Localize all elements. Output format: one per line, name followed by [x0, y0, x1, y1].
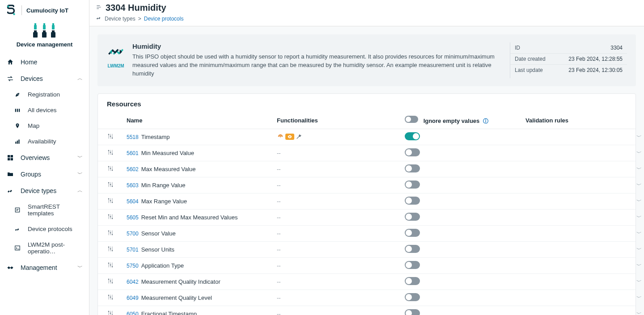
svg-rect-16 — [17, 109, 18, 112]
ignore-empty-toggle[interactable] — [405, 164, 420, 172]
expand-row-chevron[interactable]: ﹀ — [624, 310, 642, 315]
ignore-empty-toggle[interactable] — [405, 229, 420, 237]
module-title: Device management — [17, 41, 73, 48]
settings-icon — [107, 310, 127, 315]
ignore-empty-cell — [405, 229, 525, 238]
template-icon — [13, 207, 21, 213]
resource-row[interactable]: 5602Max Measured Value--﹀ — [98, 161, 636, 177]
ignore-empty-cell — [405, 277, 525, 286]
nav-device-protocols[interactable]: Device protocols — [0, 221, 89, 237]
resource-functionalities: -- — [277, 311, 405, 315]
resource-row[interactable]: 5700Sensor Value--﹀ — [98, 226, 636, 242]
svg-rect-4 — [43, 25, 46, 29]
resources-header: Name Functionalities Ignore empty values… — [98, 112, 636, 129]
expand-row-chevron[interactable]: ﹀ — [624, 294, 642, 302]
expand-row-chevron[interactable]: ﹀ — [624, 230, 642, 237]
svg-point-14 — [17, 93, 18, 94]
protocol-meta: ID3304 Date created23 Feb 2024, 12:28:55… — [510, 42, 627, 78]
help-icon[interactable]: ⓘ — [483, 118, 488, 124]
nav-availability[interactable]: Availability — [0, 134, 89, 149]
svg-rect-7 — [52, 23, 54, 25]
crumb-device-protocols[interactable]: Device protocols — [144, 16, 184, 22]
resource-name: 6042Measurement Quality Indicator — [127, 278, 277, 285]
map-pin-icon — [13, 123, 21, 129]
ignore-empty-toggle[interactable] — [405, 132, 420, 140]
expand-row-chevron[interactable]: ﹀ — [624, 278, 642, 286]
settings-icon — [107, 165, 127, 173]
settings-icon — [107, 261, 127, 270]
expand-row-chevron[interactable]: ﹀ — [624, 197, 642, 205]
resource-row[interactable]: 5601Min Measured Value--﹀ — [98, 145, 636, 161]
expand-row-chevron[interactable]: ﹀ — [624, 149, 642, 157]
expand-row-chevron[interactable]: ﹀ — [624, 181, 642, 189]
wrench-icon — [296, 134, 302, 140]
chevron-up-icon: ︿ — [77, 187, 83, 194]
nav-smartrest[interactable]: SmartREST templates — [0, 199, 89, 221]
resource-row[interactable]: 6050Fractional Timestamp--﹀ — [98, 306, 636, 315]
col-ignore-empty: Ignore empty values ⓘ — [405, 116, 525, 125]
nav-registration[interactable]: Registration — [0, 87, 89, 102]
resource-functionalities: -- — [277, 246, 405, 253]
resource-name: 5604Max Range Value — [127, 198, 277, 205]
svg-rect-5 — [43, 23, 45, 25]
ignore-empty-toggle[interactable] — [405, 197, 420, 205]
ignore-empty-cell — [405, 148, 525, 158]
ignore-empty-cell — [405, 164, 525, 174]
ignore-empty-toggle[interactable] — [405, 148, 420, 156]
ignore-empty-toggle[interactable] — [405, 181, 420, 189]
breadcrumb-icon — [96, 15, 102, 22]
expand-row-chevron[interactable]: ﹀ — [624, 246, 642, 253]
svg-rect-25 — [11, 158, 13, 160]
resource-row[interactable]: 5604Max Range Value--﹀ — [98, 193, 636, 210]
menu-icon[interactable] — [96, 4, 102, 12]
settings-icon — [107, 149, 127, 157]
resource-name: 5601Min Measured Value — [127, 150, 277, 156]
rocket-icon — [13, 92, 21, 98]
expand-row-chevron[interactable]: ﹀ — [624, 262, 642, 269]
nav-groups[interactable]: Groups ﹀ — [0, 166, 89, 182]
crumb-1: Device types — [105, 16, 136, 22]
nav-overviews[interactable]: Overviews ﹀ — [0, 149, 89, 166]
resource-name: 5700Sensor Value — [127, 230, 277, 237]
svg-point-33 — [280, 136, 281, 137]
resource-row[interactable]: 5701Sensor Units--﹀ — [98, 242, 636, 258]
ignore-empty-toggle[interactable] — [405, 245, 420, 253]
expand-row-chevron[interactable]: ﹀ — [624, 214, 642, 221]
ignore-empty-toggle[interactable] — [405, 309, 420, 315]
expand-row-chevron[interactable]: ﹀ — [624, 165, 642, 173]
nav-management[interactable]: Management ﹀ — [0, 259, 89, 276]
page-title: 3304 Humidity — [106, 3, 166, 13]
nav-map[interactable]: Map — [0, 118, 89, 134]
ignore-empty-cell — [405, 245, 525, 254]
svg-rect-11 — [43, 30, 46, 33]
settings-icon — [107, 245, 127, 254]
ignore-empty-toggle[interactable] — [405, 213, 420, 221]
ignore-empty-master-toggle[interactable] — [405, 116, 418, 123]
nav-all-devices[interactable]: All devices — [0, 102, 89, 118]
ignore-empty-cell — [405, 261, 525, 270]
expand-row-chevron[interactable]: ﹀ — [624, 133, 642, 141]
resource-name: 6049Measurement Quality Level — [127, 294, 277, 301]
brand-name: Cumulocity IoT — [26, 7, 68, 14]
resource-row[interactable]: 5605Reset Min and Max Measured Values--﹀ — [98, 210, 636, 226]
resource-name: 5518Timestamp — [127, 134, 277, 140]
svg-rect-6 — [52, 25, 55, 29]
resource-row[interactable]: 6042Measurement Quality Indicator--﹀ — [98, 274, 636, 290]
ignore-empty-toggle[interactable] — [405, 293, 420, 301]
nav-lwm2m-post[interactable]: LWM2M post-operatio… — [0, 237, 89, 259]
settings-icon — [107, 294, 127, 302]
resource-row[interactable]: 6049Measurement Quality Level--﹀ — [98, 290, 636, 306]
resource-row[interactable]: 5603Min Range Value--﹀ — [98, 177, 636, 193]
resource-row[interactable]: 5518Timestamp﹀ — [98, 129, 636, 145]
resource-row[interactable]: 5750Application Type--﹀ — [98, 258, 636, 274]
nav-devices[interactable]: Devices ︿ — [0, 70, 89, 87]
brand-logo-icon — [5, 4, 17, 16]
chevron-down-icon: ﹀ — [77, 170, 83, 178]
topbar: 3304 Humidity Device types > Device prot… — [89, 0, 644, 26]
col-name: Name — [127, 117, 277, 124]
nav-device-types[interactable]: Device types ︿ — [0, 182, 89, 199]
ignore-empty-toggle[interactable] — [405, 277, 420, 285]
eye-badge-icon — [285, 134, 294, 140]
ignore-empty-toggle[interactable] — [405, 261, 420, 269]
nav-home[interactable]: Home — [0, 54, 89, 70]
